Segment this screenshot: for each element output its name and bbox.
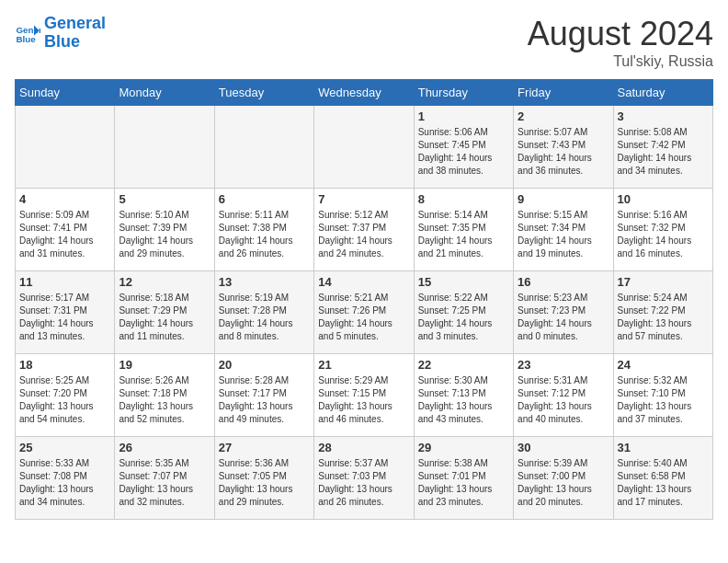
day-number: 3 — [618, 109, 709, 123]
day-cell: 23Sunrise: 5:31 AM Sunset: 7:12 PM Dayli… — [514, 354, 613, 437]
week-row-1: 4Sunrise: 5:09 AM Sunset: 7:41 PM Daylig… — [16, 189, 713, 271]
day-info: Sunrise: 5:33 AM Sunset: 7:08 PM Dayligh… — [19, 457, 110, 509]
day-info: Sunrise: 5:14 AM Sunset: 7:35 PM Dayligh… — [418, 209, 509, 260]
day-info: Sunrise: 5:18 AM Sunset: 7:29 PM Dayligh… — [119, 292, 210, 343]
weekday-header-friday: Friday — [514, 80, 613, 106]
day-cell: 14Sunrise: 5:21 AM Sunset: 7:26 PM Dayli… — [314, 271, 414, 354]
day-cell: 1Sunrise: 5:06 AM Sunset: 7:45 PM Daylig… — [414, 106, 513, 189]
day-number: 14 — [318, 275, 409, 289]
day-cell: 10Sunrise: 5:16 AM Sunset: 7:32 PM Dayli… — [613, 189, 712, 271]
day-number: 25 — [19, 441, 110, 454]
day-number: 8 — [418, 192, 509, 206]
day-cell: 19Sunrise: 5:26 AM Sunset: 7:18 PM Dayli… — [115, 354, 214, 437]
day-info: Sunrise: 5:40 AM Sunset: 6:58 PM Dayligh… — [618, 457, 709, 509]
month-year: August 2024 — [528, 15, 713, 53]
day-number: 11 — [19, 275, 110, 289]
day-number: 20 — [219, 358, 310, 372]
day-cell: 7Sunrise: 5:12 AM Sunset: 7:37 PM Daylig… — [314, 189, 414, 271]
logo-text: General Blue — [44, 15, 106, 52]
day-info: Sunrise: 5:39 AM Sunset: 7:00 PM Dayligh… — [518, 457, 609, 509]
day-info: Sunrise: 5:23 AM Sunset: 7:23 PM Dayligh… — [518, 292, 609, 343]
day-number: 5 — [119, 192, 210, 206]
day-info: Sunrise: 5:22 AM Sunset: 7:25 PM Dayligh… — [418, 292, 509, 343]
day-info: Sunrise: 5:29 AM Sunset: 7:15 PM Dayligh… — [318, 374, 409, 426]
page-header: General Blue General Blue August 2024 Tu… — [15, 15, 713, 70]
day-number: 30 — [518, 441, 609, 454]
weekday-header-saturday: Saturday — [613, 80, 712, 106]
logo-line2: Blue — [44, 32, 80, 51]
day-cell: 17Sunrise: 5:24 AM Sunset: 7:22 PM Dayli… — [613, 271, 712, 354]
title-block: August 2024 Tul'skiy, Russia — [528, 15, 713, 70]
day-info: Sunrise: 5:21 AM Sunset: 7:26 PM Dayligh… — [318, 292, 409, 343]
week-row-4: 25Sunrise: 5:33 AM Sunset: 7:08 PM Dayli… — [16, 437, 713, 520]
day-number: 15 — [418, 275, 509, 289]
day-cell: 31Sunrise: 5:40 AM Sunset: 6:58 PM Dayli… — [613, 437, 712, 520]
day-cell — [314, 106, 414, 189]
day-info: Sunrise: 5:37 AM Sunset: 7:03 PM Dayligh… — [318, 457, 409, 509]
day-number: 16 — [518, 275, 609, 289]
day-cell: 18Sunrise: 5:25 AM Sunset: 7:20 PM Dayli… — [16, 354, 115, 437]
calendar-body: 1Sunrise: 5:06 AM Sunset: 7:45 PM Daylig… — [16, 106, 713, 520]
day-number: 23 — [518, 358, 609, 372]
day-cell: 8Sunrise: 5:14 AM Sunset: 7:35 PM Daylig… — [414, 189, 513, 271]
weekday-header-row: SundayMondayTuesdayWednesdayThursdayFrid… — [16, 80, 713, 106]
day-number: 22 — [418, 358, 509, 372]
day-number: 29 — [418, 441, 509, 454]
day-cell: 26Sunrise: 5:35 AM Sunset: 7:07 PM Dayli… — [115, 437, 214, 520]
day-number: 7 — [318, 192, 409, 206]
day-cell: 21Sunrise: 5:29 AM Sunset: 7:15 PM Dayli… — [314, 354, 414, 437]
day-cell: 6Sunrise: 5:11 AM Sunset: 7:38 PM Daylig… — [214, 189, 313, 271]
day-info: Sunrise: 5:26 AM Sunset: 7:18 PM Dayligh… — [119, 374, 210, 426]
day-info: Sunrise: 5:09 AM Sunset: 7:41 PM Dayligh… — [19, 209, 110, 260]
day-info: Sunrise: 5:24 AM Sunset: 7:22 PM Dayligh… — [618, 292, 709, 343]
day-info: Sunrise: 5:31 AM Sunset: 7:12 PM Dayligh… — [518, 374, 609, 426]
day-cell: 3Sunrise: 5:08 AM Sunset: 7:42 PM Daylig… — [613, 106, 712, 189]
day-cell: 28Sunrise: 5:37 AM Sunset: 7:03 PM Dayli… — [314, 437, 414, 520]
day-cell: 20Sunrise: 5:28 AM Sunset: 7:17 PM Dayli… — [214, 354, 313, 437]
day-cell: 15Sunrise: 5:22 AM Sunset: 7:25 PM Dayli… — [414, 271, 513, 354]
weekday-header-sunday: Sunday — [16, 80, 115, 106]
day-number: 6 — [219, 192, 310, 206]
weekday-header-tuesday: Tuesday — [214, 80, 313, 106]
day-number: 27 — [219, 441, 310, 454]
day-number: 2 — [518, 109, 609, 123]
day-number: 24 — [618, 358, 709, 372]
day-info: Sunrise: 5:38 AM Sunset: 7:01 PM Dayligh… — [418, 457, 509, 509]
weekday-header-wednesday: Wednesday — [314, 80, 414, 106]
day-info: Sunrise: 5:30 AM Sunset: 7:13 PM Dayligh… — [418, 374, 509, 426]
logo-line1: General — [44, 14, 106, 32]
weekday-header-monday: Monday — [115, 80, 214, 106]
day-number: 18 — [19, 358, 110, 372]
day-cell: 4Sunrise: 5:09 AM Sunset: 7:41 PM Daylig… — [16, 189, 115, 271]
calendar-table: SundayMondayTuesdayWednesdayThursdayFrid… — [15, 79, 713, 520]
day-info: Sunrise: 5:28 AM Sunset: 7:17 PM Dayligh… — [219, 374, 310, 426]
day-cell: 12Sunrise: 5:18 AM Sunset: 7:29 PM Dayli… — [115, 271, 214, 354]
day-number: 4 — [19, 192, 110, 206]
week-row-3: 18Sunrise: 5:25 AM Sunset: 7:20 PM Dayli… — [16, 354, 713, 437]
day-cell: 9Sunrise: 5:15 AM Sunset: 7:34 PM Daylig… — [514, 189, 613, 271]
day-cell: 24Sunrise: 5:32 AM Sunset: 7:10 PM Dayli… — [613, 354, 712, 437]
day-cell: 2Sunrise: 5:07 AM Sunset: 7:43 PM Daylig… — [514, 106, 613, 189]
day-info: Sunrise: 5:06 AM Sunset: 7:45 PM Dayligh… — [418, 126, 509, 178]
logo-icon: General Blue — [15, 20, 40, 46]
day-number: 1 — [418, 109, 509, 123]
location: Tul'skiy, Russia — [528, 53, 713, 70]
day-number: 19 — [119, 358, 210, 372]
logo: General Blue General Blue — [15, 15, 106, 52]
svg-text:Blue: Blue — [16, 34, 36, 44]
day-cell — [214, 106, 313, 189]
day-info: Sunrise: 5:15 AM Sunset: 7:34 PM Dayligh… — [518, 209, 609, 260]
week-row-0: 1Sunrise: 5:06 AM Sunset: 7:45 PM Daylig… — [16, 106, 713, 189]
day-info: Sunrise: 5:17 AM Sunset: 7:31 PM Dayligh… — [19, 292, 110, 343]
day-cell: 30Sunrise: 5:39 AM Sunset: 7:00 PM Dayli… — [514, 437, 613, 520]
day-number: 21 — [318, 358, 409, 372]
day-info: Sunrise: 5:25 AM Sunset: 7:20 PM Dayligh… — [19, 374, 110, 426]
day-cell: 11Sunrise: 5:17 AM Sunset: 7:31 PM Dayli… — [16, 271, 115, 354]
day-cell: 13Sunrise: 5:19 AM Sunset: 7:28 PM Dayli… — [214, 271, 313, 354]
day-info: Sunrise: 5:35 AM Sunset: 7:07 PM Dayligh… — [119, 457, 210, 509]
day-number: 31 — [618, 441, 709, 454]
day-number: 13 — [219, 275, 310, 289]
day-cell — [16, 106, 115, 189]
day-cell: 25Sunrise: 5:33 AM Sunset: 7:08 PM Dayli… — [16, 437, 115, 520]
day-number: 17 — [618, 275, 709, 289]
